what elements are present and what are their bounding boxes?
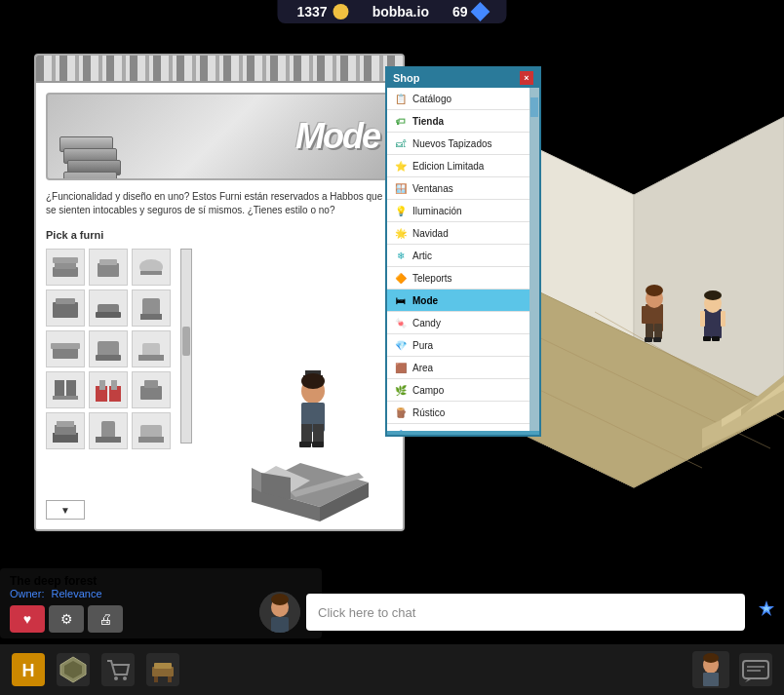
shop-item-tapizados[interactable]: 🛋 Nuevos Tapizados [387, 133, 539, 155]
bottom-nav: H [0, 644, 784, 695]
pick-furni-label: Pick a furni [46, 229, 393, 241]
shop-item-plastico[interactable]: 🔷 Plastico [387, 424, 539, 431]
furni-item[interactable] [89, 290, 128, 327]
shop-icon-tag: 🏷 [393, 113, 409, 129]
shop-item-candy[interactable]: 🍬 Candy [387, 312, 539, 334]
shop-item-campo[interactable]: 🌿 Campo [387, 379, 539, 402]
svg-rect-37 [96, 312, 121, 318]
svg-rect-35 [56, 298, 75, 304]
svg-rect-42 [98, 341, 119, 357]
shop-icon-tree: 🌟 [393, 225, 409, 241]
shop-scroll-thumb[interactable] [530, 97, 538, 117]
mode-logo-text: Mode [295, 116, 379, 157]
shop-item-teleports[interactable]: 🔶 Teleports [387, 267, 539, 290]
svg-rect-31 [99, 259, 117, 265]
chat-emoji-icon[interactable] [755, 598, 778, 626]
shop-item-catalogo[interactable]: 📋 Catálogo [387, 88, 539, 110]
furni-item[interactable] [132, 412, 171, 449]
site-name: bobba.io [372, 4, 429, 19]
shop-item-label: Candy [412, 318, 441, 328]
shop-list: 📋 Catálogo 🏷 Tienda 🛋 Nuevos Tapizados ⭐… [387, 88, 539, 431]
chat-input[interactable]: Click here to chat [306, 594, 745, 631]
svg-rect-29 [53, 257, 78, 263]
nav-hotel-button[interactable]: H [10, 651, 47, 688]
shop-item-label: Nuevos Tapizados [412, 138, 492, 149]
favorite-button[interactable]: ♥ [10, 605, 45, 633]
svg-rect-39 [140, 314, 162, 320]
furni-item[interactable] [89, 249, 128, 286]
shop-item-mode[interactable]: 🛏 Mode [387, 290, 539, 312]
shop-close-button[interactable]: × [520, 71, 533, 85]
shop-icon-bed: 🛏 [393, 292, 409, 308]
shop-item-navidad[interactable]: 🌟 Navidad [387, 222, 539, 245]
svg-rect-18 [653, 337, 661, 342]
furni-item[interactable] [132, 290, 171, 327]
furni-item[interactable] [46, 249, 85, 286]
bed-preview [242, 370, 378, 526]
shop-item-label: Area [412, 363, 433, 373]
furni-item[interactable] [46, 371, 85, 408]
svg-rect-101 [703, 673, 719, 686]
furni-item[interactable] [46, 412, 85, 449]
shop-scrollbar[interactable] [529, 88, 539, 431]
nav-chat-button[interactable] [737, 651, 774, 688]
svg-rect-69 [299, 442, 311, 447]
shop-item-ventanas[interactable]: 🪟 Ventanas [387, 177, 539, 200]
shop-item-label: Edicion Limitada [412, 161, 484, 172]
nav-avatar-button[interactable] [692, 651, 729, 688]
nav-furniture-button[interactable] [144, 651, 181, 688]
svg-point-100 [703, 653, 719, 663]
shop-item-label: Teleports [412, 273, 452, 284]
nav-shop-button[interactable] [99, 651, 137, 688]
furni-item[interactable] [132, 330, 171, 367]
shop-item-area[interactable]: 🟫 Area [387, 357, 539, 379]
svg-rect-34 [53, 302, 78, 318]
furni-item[interactable] [89, 371, 128, 408]
furni-item[interactable] [89, 330, 128, 367]
shop-title: Shop [393, 72, 420, 84]
svg-rect-97 [168, 676, 172, 682]
scroll-thumb[interactable] [182, 327, 190, 356]
svg-rect-41 [51, 343, 80, 349]
shop-item-rustico[interactable]: 🪵 Rústico [387, 402, 539, 424]
svg-point-81 [271, 594, 289, 605]
svg-rect-90 [101, 653, 135, 686]
shop-item-iluminacion[interactable]: 💡 Iluminación [387, 200, 539, 222]
svg-rect-95 [154, 663, 172, 669]
chat-area: Click here to chat [254, 586, 784, 638]
shop-item-label: Mode [412, 295, 438, 306]
svg-rect-53 [140, 386, 162, 400]
svg-rect-17 [645, 337, 652, 342]
nav-catalog-button[interactable] [55, 651, 92, 688]
svg-point-22 [704, 290, 722, 300]
shop-icon-snowflake: ❄ [393, 248, 409, 263]
furni-item[interactable] [46, 290, 85, 327]
furni-item[interactable] [132, 371, 171, 408]
owner-name: Relevance [52, 588, 102, 599]
share-button[interactable]: 🖨 [88, 605, 123, 633]
svg-rect-33 [140, 271, 162, 275]
svg-point-92 [123, 676, 127, 680]
settings-button[interactable]: ⚙ [49, 605, 84, 633]
svg-rect-61 [138, 437, 164, 443]
furni-item[interactable] [89, 412, 128, 449]
furni-item[interactable] [46, 330, 85, 367]
chat-avatar [259, 592, 300, 633]
shop-item-pura[interactable]: 💎 Pura [387, 334, 539, 357]
shop-icon-area: 🟫 [393, 360, 409, 375]
svg-rect-24 [712, 336, 720, 341]
svg-rect-30 [98, 263, 119, 277]
shop-item-limitada[interactable]: ⭐ Edicion Limitada [387, 155, 539, 177]
shop-item-label: Navidad [412, 228, 449, 239]
shop-icon-rustico: 🪵 [393, 405, 409, 420]
furni-item[interactable] [132, 249, 171, 286]
shop-item-tienda[interactable]: 🏷 Tienda [387, 110, 539, 133]
shop-item-label: Tienda [412, 116, 444, 127]
catalog-dropdown[interactable]: ▼ [46, 500, 85, 520]
shop-icon-lamp: 💡 [393, 203, 409, 218]
shop-panel: Shop × 📋 Catálogo 🏷 Tienda 🛋 Nuevos Tapi… [385, 66, 541, 437]
catalog-scrollbar[interactable] [180, 249, 192, 444]
shop-item-label: Iluminación [412, 206, 462, 216]
shop-item-artic[interactable]: ❄ Artic [387, 245, 539, 267]
svg-text:H: H [22, 661, 35, 680]
